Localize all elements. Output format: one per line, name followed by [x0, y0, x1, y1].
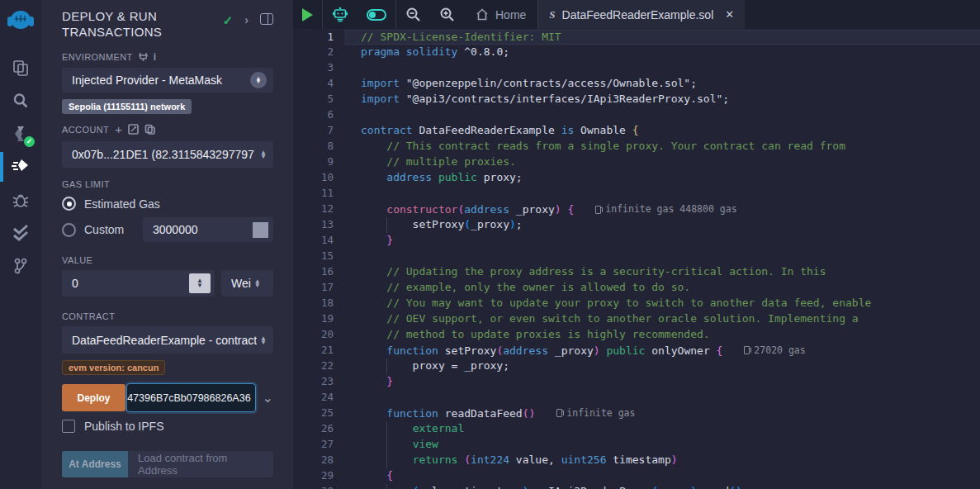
line-content[interactable]: import "@openzeppelin/contracts/access/O…: [344, 76, 980, 92]
contract-select[interactable]: DataFeedReaderExample - contracts ▲▼: [62, 326, 273, 354]
sign-message-icon[interactable]: [128, 124, 139, 135]
code-line-2[interactable]: 2pragma solidity ^0.8.0;: [293, 45, 980, 60]
code-line-22[interactable]: 22 proxy = _proxy;: [293, 358, 980, 374]
code-line-29[interactable]: 29 {: [293, 468, 980, 484]
code-line-9[interactable]: 9 // multiple proxies.: [293, 154, 980, 170]
code-line-10[interactable]: 10 address public proxy;: [293, 170, 980, 186]
code-line-21[interactable]: 21 function setProxy(address _proxy) pub…: [293, 343, 980, 358]
git-icon[interactable]: [0, 249, 41, 282]
solidity-unit-testing-icon[interactable]: [0, 216, 41, 249]
code-line-19[interactable]: 19 // OEV support, or even switch to ano…: [293, 311, 980, 327]
code-line-13[interactable]: 13 setProxy(_proxy);: [293, 217, 980, 233]
zoom-out-button[interactable]: [396, 0, 430, 29]
code-line-30[interactable]: 30 (value, timestamp) = IApi3ReaderProxy…: [293, 484, 980, 489]
code-line-4[interactable]: 4import "@openzeppelin/contracts/access/…: [293, 76, 980, 92]
line-content[interactable]: // SPDX-License-Identifier: MIT: [344, 30, 980, 45]
line-content[interactable]: [344, 60, 980, 76]
code-line-20[interactable]: 20 // method to update proxies is highly…: [293, 327, 980, 343]
account-select[interactable]: 0x07b...21DE1 (82.3115843297797 ▲▼: [62, 141, 273, 168]
line-content[interactable]: [344, 249, 980, 264]
line-content[interactable]: proxy = _proxy;: [344, 358, 980, 374]
code-line-7[interactable]: 7contract DataFeedReaderExample is Ownab…: [293, 123, 980, 139]
line-content[interactable]: [344, 107, 980, 123]
line-content[interactable]: (value, timestamp) = IApi3ReaderProxy(pr…: [344, 484, 980, 489]
unit-stepper-icon[interactable]: ▲▼: [254, 279, 261, 287]
contract-stepper-icon[interactable]: ▲▼: [260, 336, 267, 344]
line-content[interactable]: pragma solidity ^0.8.0;: [344, 45, 980, 60]
code-line-5[interactable]: 5import "@api3/contracts/interfaces/IApi…: [293, 92, 980, 107]
line-content[interactable]: import "@api3/contracts/interfaces/IApi3…: [344, 92, 980, 107]
pin-panel-icon[interactable]: [260, 13, 273, 25]
file-explorer-icon[interactable]: [0, 51, 41, 84]
code-line-12[interactable]: 12 constructor(address _proxy) {infinite…: [293, 202, 980, 217]
line-content[interactable]: }: [344, 233, 980, 249]
code-line-17[interactable]: 17 // example, only the owner is allowed…: [293, 280, 980, 296]
code-line-11[interactable]: 11: [293, 186, 980, 202]
code-line-27[interactable]: 27 view: [293, 437, 980, 453]
line-content[interactable]: function readDataFeed()infinite gas: [344, 406, 980, 421]
deploy-and-run-icon[interactable]: [0, 150, 41, 183]
code-line-1[interactable]: 1// SPDX-License-Identifier: MIT: [293, 30, 980, 45]
line-content[interactable]: // method to update proxies is highly re…: [344, 327, 980, 343]
ai-copilot-toggle[interactable]: [357, 0, 395, 29]
account-stepper-icon[interactable]: ▲▼: [260, 150, 267, 159]
code-line-25[interactable]: 25 function readDataFeed()infinite gas: [293, 406, 980, 421]
code-line-28[interactable]: 28 returns (int224 value, uint256 timest…: [293, 453, 980, 468]
estimated-gas-radio[interactable]: [62, 197, 76, 211]
value-input[interactable]: 0 ▲▼: [62, 270, 215, 297]
line-content[interactable]: external: [344, 421, 980, 437]
line-content[interactable]: function setProxy(address _proxy) public…: [344, 343, 980, 358]
at-address-input[interactable]: Load contract from Address: [128, 451, 273, 477]
code-line-15[interactable]: 15: [293, 249, 980, 264]
line-content[interactable]: returns (int224 value, uint256 timestamp…: [344, 453, 980, 468]
zoom-in-button[interactable]: [430, 0, 464, 29]
debugger-icon[interactable]: [0, 183, 41, 216]
tab-home[interactable]: Home: [464, 0, 537, 29]
copy-account-icon[interactable]: [144, 124, 155, 135]
chevron-down-icon[interactable]: ⌄: [263, 390, 273, 406]
value-unit-select[interactable]: Wei ▲▼: [221, 270, 273, 297]
code-line-18[interactable]: 18 // You may want to update your proxy …: [293, 296, 980, 311]
environment-stepper-icon[interactable]: ▲▼: [250, 72, 267, 88]
custom-gas-input[interactable]: 3000000: [143, 217, 273, 242]
add-account-icon[interactable]: +: [115, 122, 122, 136]
solidity-compiler-icon[interactable]: ✓: [0, 117, 41, 150]
code-line-8[interactable]: 8 // This contract reads from a single p…: [293, 139, 980, 154]
line-content[interactable]: // Updating the proxy address is a secur…: [344, 264, 980, 280]
at-address-button[interactable]: At Address: [62, 451, 128, 477]
line-content[interactable]: // multiple proxies.: [344, 154, 980, 170]
tab-datafeedreaderexample[interactable]: S DataFeedReaderExample.sol ✕: [538, 0, 745, 29]
info-icon[interactable]: i: [154, 51, 157, 63]
line-content[interactable]: }: [344, 374, 980, 390]
gas-input-handle[interactable]: [253, 222, 268, 238]
code-line-26[interactable]: 26 external: [293, 421, 980, 437]
plug-icon[interactable]: [139, 52, 148, 62]
line-content[interactable]: constructor(address _proxy) {infinite ga…: [344, 202, 980, 217]
deploy-args-input[interactable]: 0947396B7cBb07986826A36: [126, 383, 256, 412]
custom-gas-radio[interactable]: [62, 223, 76, 237]
ai-assistant-button[interactable]: [323, 0, 357, 29]
line-content[interactable]: // OEV support, or even switch to anothe…: [344, 311, 980, 327]
line-content[interactable]: [344, 186, 980, 202]
code-line-3[interactable]: 3: [293, 60, 980, 76]
line-content[interactable]: {: [344, 468, 980, 484]
line-content[interactable]: // example, only the owner is allowed to…: [344, 280, 980, 296]
code-line-14[interactable]: 14 }: [293, 233, 980, 249]
code-line-24[interactable]: 24: [293, 390, 980, 406]
close-icon[interactable]: ✕: [725, 8, 734, 21]
search-icon[interactable]: [0, 84, 41, 117]
code-line-16[interactable]: 16 // Updating the proxy address is a se…: [293, 264, 980, 280]
run-script-button[interactable]: [293, 0, 322, 29]
code-line-23[interactable]: 23 }: [293, 374, 980, 390]
publish-ipfs-checkbox[interactable]: [62, 420, 75, 433]
remix-logo-icon[interactable]: [0, 7, 41, 40]
line-content[interactable]: // This contract reads from a single pro…: [344, 139, 980, 154]
line-content[interactable]: setProxy(_proxy);: [344, 217, 980, 233]
line-content[interactable]: // You may want to update your proxy to …: [344, 296, 980, 311]
code-line-6[interactable]: 6: [293, 107, 980, 123]
deploy-button[interactable]: Deploy: [62, 384, 125, 411]
line-content[interactable]: address public proxy;: [344, 170, 980, 186]
panel-forward-icon[interactable]: ›: [244, 13, 249, 26]
line-content[interactable]: contract DataFeedReaderExample is Ownabl…: [344, 123, 980, 139]
environment-select[interactable]: Injected Provider - MetaMask ▲▼: [62, 68, 273, 93]
